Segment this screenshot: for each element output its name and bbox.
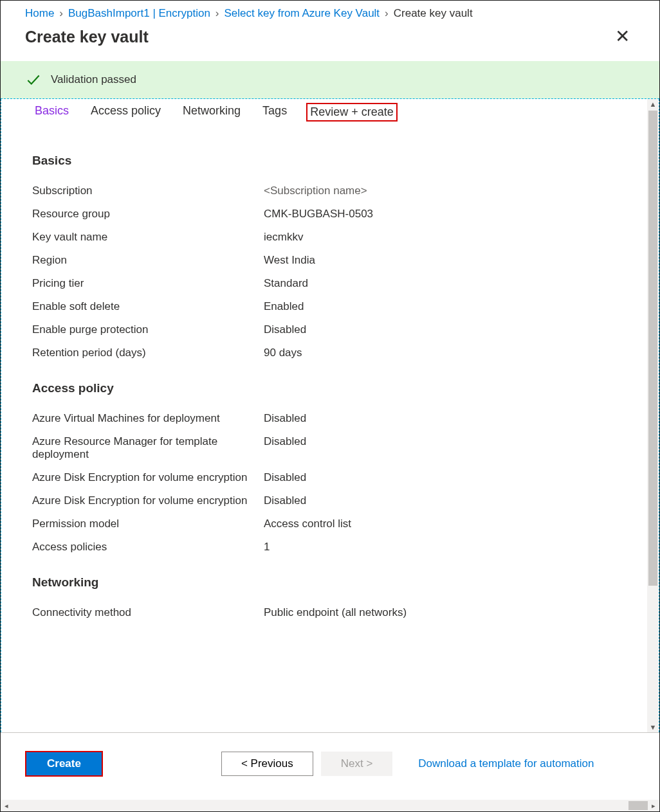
row-soft-delete: Enable soft delete Enabled: [32, 295, 629, 318]
field-value: West India: [264, 254, 315, 267]
field-label: Retention period (days): [32, 347, 264, 359]
row-arm-template: Azure Resource Manager for template depl…: [32, 430, 629, 466]
field-label: Enable soft delete: [32, 300, 264, 313]
field-label: Azure Disk Encryption for volume encrypt…: [32, 494, 264, 507]
tab-tags[interactable]: Tags: [260, 103, 289, 122]
scroll-thumb[interactable]: [648, 111, 657, 586]
tab-basics[interactable]: Basics: [32, 103, 71, 122]
row-region: Region West India: [32, 249, 629, 272]
field-label: Access policies: [32, 541, 264, 554]
field-value: Enabled: [264, 300, 304, 313]
field-label: Region: [32, 254, 264, 267]
row-pricing-tier: Pricing tier Standard: [32, 272, 629, 295]
row-disk-encryption-1: Azure Disk Encryption for volume encrypt…: [32, 466, 629, 489]
field-label: Subscription: [32, 185, 264, 197]
scroll-right-icon[interactable]: ▸: [648, 802, 659, 810]
field-label: Resource group: [32, 208, 264, 221]
section-heading: Networking: [32, 575, 629, 590]
section-basics: Basics Subscription <Subscription name> …: [32, 154, 629, 365]
previous-button[interactable]: < Previous: [221, 752, 313, 776]
breadcrumb-link-encryption[interactable]: BugBashImport1 | Encryption: [68, 7, 210, 20]
field-label: Azure Virtual Machines for deployment: [32, 412, 264, 425]
validation-text: Validation passed: [51, 73, 136, 86]
footer-actions: Create < Previous Next > Download a temp…: [1, 732, 659, 800]
row-vm-deployment: Azure Virtual Machines for deployment Di…: [32, 407, 629, 430]
field-label: Connectivity method: [32, 606, 264, 619]
chevron-right-icon: ›: [215, 7, 219, 20]
chevron-right-icon: ›: [59, 7, 63, 20]
field-value: Access control list: [264, 518, 351, 530]
row-connectivity-method: Connectivity method Public endpoint (all…: [32, 601, 629, 624]
field-label: Permission model: [32, 518, 264, 530]
row-subscription: Subscription <Subscription name>: [32, 179, 629, 203]
download-template-link[interactable]: Download a template for automation: [418, 757, 594, 770]
field-value: 1: [264, 541, 270, 554]
breadcrumb-link-home[interactable]: Home: [25, 7, 54, 20]
scroll-thumb[interactable]: [628, 801, 648, 810]
row-key-vault-name: Key vault name iecmkkv: [32, 226, 629, 249]
create-button[interactable]: Create: [25, 751, 103, 777]
breadcrumb-link-select-key[interactable]: Select key from Azure Key Vault: [225, 7, 380, 20]
section-networking: Networking Connectivity method Public en…: [32, 575, 629, 624]
scroll-up-icon[interactable]: ▲: [647, 99, 659, 109]
field-value: 90 days: [264, 347, 302, 359]
next-button: Next >: [321, 752, 393, 776]
field-label: Key vault name: [32, 231, 264, 244]
field-value: Disabled: [264, 494, 306, 507]
field-value: CMK-BUGBASH-0503: [264, 208, 373, 221]
row-resource-group: Resource group CMK-BUGBASH-0503: [32, 203, 629, 226]
row-retention-period: Retention period (days) 90 days: [32, 341, 629, 365]
breadcrumb-current: Create key vault: [394, 7, 473, 20]
field-label: Azure Disk Encryption for volume encrypt…: [32, 471, 264, 484]
validation-banner: Validation passed: [1, 61, 659, 99]
close-icon[interactable]: ✕: [610, 25, 635, 48]
field-value: Disabled: [264, 471, 306, 484]
tab-access-policy[interactable]: Access policy: [88, 103, 163, 122]
field-value: Public endpoint (all networks): [264, 606, 407, 619]
row-purge-protection: Enable purge protection Disabled: [32, 318, 629, 341]
field-label: Enable purge protection: [32, 323, 264, 336]
tabs: Basics Access policy Networking Tags Rev…: [32, 99, 629, 141]
scroll-down-icon[interactable]: ▼: [647, 722, 659, 732]
section-heading: Basics: [32, 154, 629, 168]
scroll-left-icon[interactable]: ◂: [1, 802, 12, 810]
tab-review-create[interactable]: Review + create: [306, 103, 398, 122]
field-label: Azure Resource Manager for template depl…: [32, 435, 264, 461]
field-value: Standard: [264, 277, 308, 290]
check-icon: [25, 71, 42, 88]
breadcrumb: Home › BugBashImport1 | Encryption › Sel…: [1, 1, 659, 23]
horizontal-scrollbar[interactable]: ◂ ▸: [1, 800, 659, 811]
field-value: Disabled: [264, 323, 306, 336]
section-heading: Access policy: [32, 381, 629, 395]
row-access-policies-count: Access policies 1: [32, 536, 629, 559]
field-value: <Subscription name>: [264, 185, 367, 197]
section-access-policy: Access policy Azure Virtual Machines for…: [32, 381, 629, 559]
row-permission-model: Permission model Access control list: [32, 512, 629, 536]
row-disk-encryption-2: Azure Disk Encryption for volume encrypt…: [32, 489, 629, 512]
chevron-right-icon: ›: [385, 7, 389, 20]
field-value: iecmkkv: [264, 231, 303, 244]
page-title: Create key vault: [25, 28, 149, 46]
field-label: Pricing tier: [32, 277, 264, 290]
tab-networking[interactable]: Networking: [180, 103, 243, 122]
field-value: Disabled: [264, 435, 306, 448]
vertical-scrollbar[interactable]: ▲ ▼: [647, 99, 659, 732]
field-value: Disabled: [264, 412, 306, 425]
